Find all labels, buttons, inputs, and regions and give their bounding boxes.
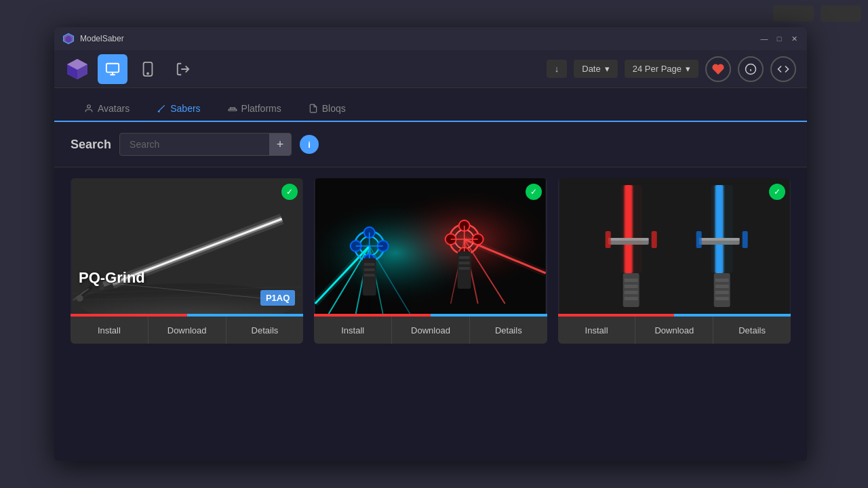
svg-rect-68 (459, 256, 470, 259)
svg-rect-83 (624, 297, 637, 300)
toolbar-logo-icon (65, 57, 90, 81)
sabers-tab-icon (157, 104, 166, 113)
svg-rect-6 (106, 63, 119, 72)
tabs-bar: Avatars Sabers Platforms (54, 88, 807, 122)
login-nav-button[interactable] (168, 54, 198, 84)
tab-avatars-label: Avatars (98, 103, 130, 114)
svg-rect-82 (624, 291, 637, 294)
favorites-button[interactable] (705, 56, 731, 82)
svg-rect-70 (459, 267, 470, 270)
card-1-actions: Install Download Details (71, 317, 303, 344)
svg-rect-78 (651, 231, 656, 248)
per-page-button[interactable]: 24 Per Page ▾ (625, 60, 698, 78)
tab-platforms-label: Platforms (241, 103, 281, 114)
sort-chevron-icon: ▾ (605, 64, 610, 74)
card-3-verified-badge: ✓ (769, 184, 785, 200)
per-page-label: 24 Per Page (633, 64, 682, 74)
window-controls: — □ ✕ (760, 34, 799, 43)
platforms-tab-icon (228, 104, 237, 113)
tab-bloqs[interactable]: Bloqs (295, 96, 359, 122)
svg-rect-95 (715, 297, 728, 300)
svg-point-32 (77, 295, 83, 302)
card-1-name: PQ-Grind (79, 269, 145, 287)
card-2: ✓ Install Download Details (314, 178, 547, 344)
svg-rect-80 (624, 279, 637, 282)
svg-rect-97 (711, 185, 732, 273)
sort-date-label: Date (582, 64, 600, 74)
svg-rect-66 (364, 274, 375, 277)
card-2-install-button[interactable]: Install (314, 317, 392, 344)
card-3-install-button[interactable]: Install (558, 317, 636, 344)
tab-sabers[interactable]: Sabers (143, 96, 214, 122)
card-3-download-button[interactable]: Download (635, 317, 713, 344)
app-logo-icon (62, 33, 75, 45)
desktop: ModelSaber — □ ✕ (0, 0, 868, 488)
card-1-install-button[interactable]: Install (71, 317, 149, 344)
svg-rect-81 (624, 285, 637, 288)
svg-rect-65 (364, 268, 375, 271)
sort-date-button[interactable]: Date ▾ (574, 60, 617, 78)
toolbar-right: ↓ Date ▾ 24 Per Page ▾ (547, 56, 796, 82)
card-2-image: ✓ (314, 178, 547, 314)
tab-bloqs-label: Bloqs (322, 103, 346, 114)
per-page-chevron-icon: ▾ (686, 64, 690, 74)
sort-down-icon: ↓ (555, 64, 559, 74)
tab-avatars[interactable]: Avatars (71, 96, 143, 122)
svg-rect-69 (459, 262, 470, 264)
tab-platforms[interactable]: Platforms (214, 96, 295, 122)
mobile-nav-button[interactable] (133, 54, 163, 84)
minimize-button[interactable]: — (760, 34, 769, 43)
svg-rect-94 (715, 291, 728, 294)
card-2-actions: Install Download Details (314, 317, 547, 344)
card-3-image: ✓ (558, 178, 791, 314)
avatar-tab-icon (84, 104, 94, 113)
card-1-image: ✓ PQ-Grind P1AQ (71, 178, 303, 314)
card-1: ✓ PQ-Grind P1AQ Install Download Details (71, 178, 303, 344)
card-3-artwork (558, 178, 791, 314)
card-2-download-button[interactable]: Download (392, 317, 470, 344)
svg-rect-79 (623, 273, 639, 307)
svg-rect-91 (713, 273, 730, 307)
window-title: ModelSaber (80, 34, 760, 43)
svg-rect-64 (364, 263, 375, 266)
cards-grid: ✓ PQ-Grind P1AQ Install Download Details (71, 178, 791, 344)
app-window: ModelSaber — □ ✕ (54, 27, 807, 461)
card-3-details-button[interactable]: Details (713, 317, 791, 344)
titlebar: ModelSaber — □ ✕ (54, 27, 807, 50)
card-2-details-button[interactable]: Details (470, 317, 547, 344)
svg-rect-96 (620, 185, 642, 273)
search-input-wrap: + (119, 133, 292, 156)
search-bar: Search + i (54, 122, 807, 167)
svg-rect-89 (696, 231, 701, 248)
desktop-nav-button[interactable] (98, 54, 127, 84)
svg-rect-77 (605, 231, 610, 248)
card-1-download-button[interactable]: Download (149, 317, 226, 344)
svg-rect-93 (715, 285, 728, 288)
toolbar: ↓ Date ▾ 24 Per Page ▾ (54, 50, 807, 88)
card-3: ✓ Install Download Details (558, 178, 791, 344)
svg-rect-90 (742, 231, 747, 248)
svg-point-15 (87, 105, 91, 108)
search-add-button[interactable]: + (269, 134, 291, 155)
search-input[interactable] (120, 134, 269, 155)
bloqs-tab-icon (309, 104, 318, 113)
content-area: ✓ PQ-Grind P1AQ Install Download Details (54, 167, 807, 461)
card-1-author: P1AQ (260, 290, 295, 306)
svg-rect-92 (715, 279, 728, 282)
search-info-button[interactable]: i (300, 135, 319, 154)
card-1-details-button[interactable]: Details (226, 317, 304, 344)
svg-point-10 (147, 73, 149, 74)
api-button[interactable] (770, 56, 796, 82)
card-2-artwork (314, 178, 547, 314)
svg-rect-18 (230, 108, 235, 109)
info-button[interactable] (738, 56, 764, 82)
card-3-actions: Install Download Details (558, 317, 791, 344)
card-2-verified-badge: ✓ (526, 184, 542, 200)
taskbar-hint-left (773, 5, 814, 22)
close-button[interactable]: ✕ (789, 34, 799, 43)
maximize-button[interactable]: □ (774, 34, 784, 43)
svg-rect-71 (559, 178, 789, 314)
tab-sabers-label: Sabers (170, 103, 200, 114)
search-label: Search (71, 138, 111, 152)
sort-direction-button[interactable]: ↓ (547, 60, 568, 78)
